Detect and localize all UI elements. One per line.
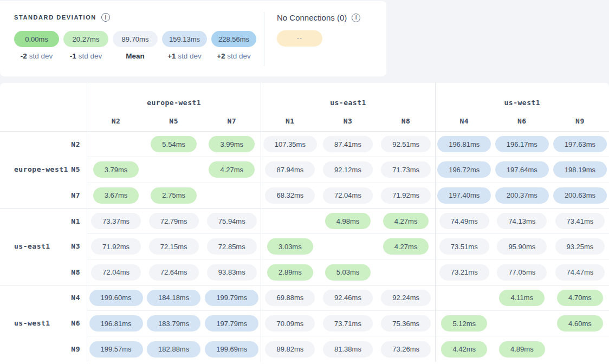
- latency-pill[interactable]: 92.12ms: [323, 161, 373, 178]
- latency-pill[interactable]: 198.19ms: [553, 161, 607, 178]
- latency-pill[interactable]: 107.35ms: [263, 136, 317, 152]
- latency-pill[interactable]: 74.47ms: [555, 264, 605, 281]
- info-icon[interactable]: [352, 14, 360, 22]
- latency-pill[interactable]: 197.63ms: [553, 136, 607, 152]
- latency-pill[interactable]: 199.79ms: [205, 290, 258, 306]
- latency-pill[interactable]: 3.79ms: [93, 161, 139, 178]
- latency-pill[interactable]: 4.27ms: [209, 161, 255, 178]
- latency-cell: [551, 336, 609, 361]
- latency-pill[interactable]: 77.05ms: [497, 264, 547, 281]
- latency-pill[interactable]: 89.82ms: [265, 341, 315, 358]
- latency-cell: 4.27ms: [203, 157, 261, 182]
- latency-pill[interactable]: 71.92ms: [381, 187, 431, 204]
- row-header: europe-west1N5: [0, 157, 87, 182]
- latency-pill[interactable]: 4.70ms: [557, 290, 603, 306]
- latency-pill[interactable]: 4.27ms: [383, 213, 429, 229]
- latency-pill[interactable]: 74.13ms: [497, 213, 547, 229]
- latency-pill[interactable]: 200.37ms: [495, 187, 549, 204]
- latency-pill[interactable]: 183.79ms: [147, 315, 200, 332]
- legend-pill: 159.13ms: [162, 31, 207, 47]
- latency-cell: 89.82ms: [261, 336, 319, 361]
- latency-pill[interactable]: 199.60ms: [89, 290, 143, 306]
- latency-pill[interactable]: 200.63ms: [553, 187, 607, 204]
- latency-cell: 196.81ms: [87, 310, 145, 336]
- latency-pill[interactable]: 196.81ms: [437, 136, 491, 152]
- latency-cell: [435, 285, 493, 310]
- latency-pill[interactable]: 4.89ms: [499, 341, 545, 358]
- latency-cell: 183.79ms: [145, 310, 203, 336]
- legend-pill-label: +1 std dev: [162, 52, 207, 60]
- row-region-label: us-east1: [14, 242, 50, 250]
- col-group-label: us-west1: [435, 83, 609, 111]
- latency-pill[interactable]: 93.25ms: [555, 238, 605, 255]
- latency-pill[interactable]: 92.24ms: [381, 290, 431, 306]
- latency-pill[interactable]: 4.98ms: [325, 213, 371, 229]
- info-icon[interactable]: [101, 13, 110, 22]
- latency-pill[interactable]: 72.15ms: [149, 238, 199, 255]
- latency-pill[interactable]: 197.79ms: [205, 315, 258, 332]
- latency-pill[interactable]: 87.94ms: [265, 161, 315, 178]
- latency-pill[interactable]: 4.60ms: [557, 315, 603, 332]
- no-connections-section: No Connections (0) --: [277, 13, 360, 47]
- latency-pill[interactable]: 69.88ms: [265, 290, 315, 306]
- latency-pill[interactable]: 73.71ms: [323, 315, 373, 332]
- latency-pill[interactable]: 68.32ms: [265, 187, 315, 204]
- latency-pill[interactable]: 73.26ms: [381, 341, 431, 358]
- latency-pill[interactable]: 3.67ms: [93, 187, 139, 204]
- latency-pill[interactable]: 184.18ms: [147, 290, 200, 306]
- latency-pill[interactable]: 73.37ms: [91, 213, 141, 229]
- latency-pill[interactable]: 75.94ms: [207, 213, 257, 229]
- latency-pill[interactable]: 81.38ms: [323, 341, 373, 358]
- latency-pill[interactable]: 93.83ms: [207, 264, 257, 281]
- latency-pill[interactable]: 3.03ms: [267, 238, 313, 255]
- latency-pill[interactable]: 197.64ms: [495, 161, 549, 178]
- latency-cell: 71.92ms: [87, 233, 145, 259]
- latency-pill[interactable]: 92.51ms: [381, 136, 431, 152]
- latency-pill[interactable]: 5.12ms: [441, 315, 487, 332]
- latency-pill[interactable]: 95.90ms: [497, 238, 547, 255]
- latency-pill[interactable]: 4.11ms: [499, 290, 545, 306]
- latency-pill[interactable]: 72.85ms: [207, 238, 257, 255]
- latency-cell: 4.98ms: [319, 208, 377, 233]
- col-node-label: N6: [493, 111, 551, 131]
- row-header: us-west1N6: [0, 310, 87, 336]
- latency-pill[interactable]: 196.17ms: [495, 136, 549, 152]
- latency-pill[interactable]: 196.81ms: [89, 315, 143, 332]
- latency-pill[interactable]: 4.42ms: [441, 341, 487, 358]
- latency-pill[interactable]: 4.27ms: [383, 238, 429, 255]
- latency-pill[interactable]: 92.46ms: [323, 290, 373, 306]
- latency-pill[interactable]: 2.75ms: [151, 187, 197, 204]
- latency-pill[interactable]: 71.92ms: [91, 238, 141, 255]
- latency-pill[interactable]: 73.21ms: [439, 264, 489, 281]
- legend-pill: 89.70ms: [113, 31, 158, 47]
- latency-cell: 3.03ms: [261, 233, 319, 259]
- latency-pill[interactable]: 72.04ms: [323, 187, 373, 204]
- latency-pill[interactable]: 199.57ms: [89, 341, 143, 358]
- col-node-label: N1: [261, 111, 319, 131]
- latency-pill[interactable]: 72.64ms: [149, 264, 199, 281]
- legend-pill: 0.00ms: [14, 31, 59, 47]
- latency-pill[interactable]: 74.49ms: [439, 213, 489, 229]
- latency-cell: 199.79ms: [203, 285, 261, 310]
- latency-pill[interactable]: 3.99ms: [209, 136, 255, 152]
- latency-pill[interactable]: 199.69ms: [205, 341, 258, 358]
- latency-pill[interactable]: 87.41ms: [323, 136, 373, 152]
- latency-pill[interactable]: 196.72ms: [437, 161, 491, 178]
- row-header: N2: [0, 131, 87, 157]
- latency-pill[interactable]: 182.88ms: [147, 341, 200, 358]
- row-node-label: N4: [71, 294, 80, 302]
- latency-pill[interactable]: 72.04ms: [91, 264, 141, 281]
- latency-pill[interactable]: 2.89ms: [267, 264, 313, 281]
- latency-pill[interactable]: 71.73ms: [381, 161, 431, 178]
- latency-pill[interactable]: 75.36ms: [381, 315, 431, 332]
- latency-pill[interactable]: 73.41ms: [555, 213, 605, 229]
- latency-pill[interactable]: 5.03ms: [325, 264, 371, 281]
- latency-pill[interactable]: 72.79ms: [149, 213, 199, 229]
- latency-pill[interactable]: 197.40ms: [437, 187, 491, 204]
- latency-cell: 77.05ms: [493, 259, 551, 284]
- latency-cell: 75.36ms: [377, 310, 435, 336]
- latency-pill[interactable]: 5.54ms: [151, 136, 197, 152]
- latency-pill[interactable]: 73.51ms: [439, 238, 489, 255]
- latency-cell: 73.71ms: [319, 310, 377, 336]
- latency-pill[interactable]: 70.09ms: [265, 315, 315, 332]
